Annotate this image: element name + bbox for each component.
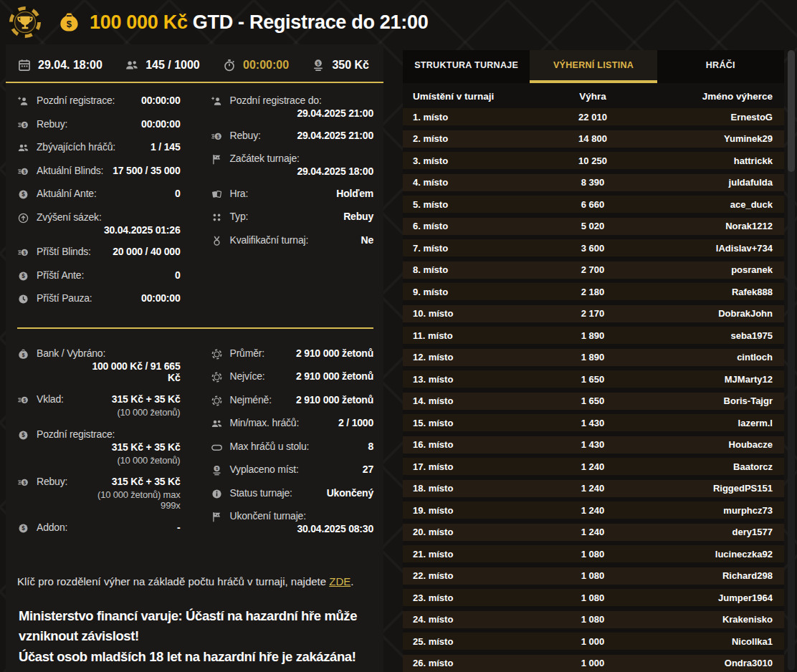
table-row: 23. místo1 080Jumper1964	[403, 589, 784, 606]
prize-cell: 1 890	[540, 330, 646, 341]
info-row: Addon:-	[17, 522, 181, 534]
info-label: Min/max. hráčů:	[230, 417, 304, 428]
scrollbar[interactable]	[788, 50, 795, 671]
scrollbar-thumb[interactable]	[788, 50, 795, 172]
info-label: Rebuy:	[37, 476, 72, 487]
info-value: 315 Kč + 35 Kč(10 000 žetonů) max 999x	[79, 476, 180, 511]
info-subvalue: (10 000 žetonů)	[112, 455, 181, 466]
tab-bar: STRUKTURA TURNAJEVÝHERNÍ LISTINAHRÁČI	[403, 50, 784, 83]
players-icon	[17, 142, 29, 154]
info-row: Nejvíce:2 910 000 žetonů	[211, 370, 374, 383]
winner-name-cell: lucineczka92	[646, 549, 773, 560]
table-row: 14. místo1 650Boris-Tajgr	[403, 393, 784, 410]
info-label: Pozdní registrace:	[37, 95, 119, 106]
place-cell: 4. místo	[413, 177, 540, 188]
coins-icon	[17, 246, 29, 259]
prize-cell: 1 650	[540, 395, 646, 406]
prize-cell: 1 240	[540, 527, 646, 537]
coins-icon	[211, 130, 223, 143]
info-value: Ukončený	[327, 487, 373, 499]
clock-icon	[17, 293, 29, 305]
info-label: Začátek turnaje:	[230, 153, 304, 164]
place-cell: 21. místo	[413, 549, 540, 560]
info-value: 1 / 145	[151, 141, 180, 153]
prize-cell: 1 080	[540, 549, 646, 560]
table-row: 26. místo1 000Ondra3010	[403, 655, 784, 672]
table-row: 21. místo1 080lucineczka92	[403, 545, 784, 562]
summary-item: 29.04. 18:00	[17, 58, 102, 72]
info-value: 2 910 000 žetonů	[296, 394, 373, 405]
info-value: 30.04.2025 01:26	[104, 224, 181, 236]
winners-table-header: Umístění v turnajiVýhraJméno výherce	[403, 83, 784, 108]
zde-link[interactable]: ZDE	[329, 575, 350, 587]
table-row: 6. místo5 020Norak1212	[403, 218, 784, 235]
info-column-left: Pozdní registrace:00:00:00Rebuy:00:00:00…	[17, 95, 181, 316]
prize-cell: 1 650	[540, 374, 646, 385]
place-cell: 15. místo	[413, 418, 540, 428]
winner-name-cell: posranek	[646, 264, 773, 275]
info-row: Pozdní registrace:00:00:00	[17, 95, 181, 107]
prize-cell: 2 180	[540, 287, 646, 297]
place-cell: 20. místo	[413, 527, 540, 537]
winner-name-cell: Boris-Tajgr	[646, 395, 773, 406]
prize-cell: 10 250	[540, 155, 646, 166]
info-row: Aktuální Ante:0	[17, 188, 181, 201]
info-column-left: Bank / Vybráno:100 000 Kč / 91 665 KčVkl…	[17, 347, 181, 545]
trophy-chip-logo-icon	[9, 6, 42, 39]
table-row: 7. místo3 600lAdislav+734	[403, 239, 784, 256]
place-cell: 5. místo	[413, 199, 540, 210]
info-value: 17 500 / 35 000	[113, 165, 180, 176]
calendar-icon	[17, 58, 32, 72]
info-value: 29.04.2025 21:00	[297, 130, 373, 141]
table-row: 18. místo1 240RiggedPS151	[403, 480, 784, 497]
coins-icon	[17, 394, 29, 406]
winner-name-cell: juldafulda	[646, 177, 773, 188]
suits-icon	[211, 211, 223, 224]
chip-icon	[211, 371, 223, 383]
place-cell: 16. místo	[413, 439, 540, 450]
table-row: 20. místo1 240dery1577	[403, 524, 784, 541]
person-plus-icon	[17, 95, 29, 107]
info-label: Aktuální Blinds:	[37, 165, 108, 176]
prize-cell: 1 430	[540, 439, 646, 450]
tab-winners[interactable]: VÝHERNÍ LISTINA	[530, 50, 657, 83]
table-row: 22. místo1 080Richard298	[403, 567, 784, 585]
tab-structure[interactable]: STRUKTURA TURNAJE	[403, 50, 530, 83]
winner-name-cell: Rafek888	[646, 287, 773, 297]
table-row: 9. místo2 180Rafek888	[403, 283, 784, 300]
info-label: Pozdní registrace do:	[230, 95, 326, 106]
winner-name-cell: Krakenisko	[646, 614, 773, 625]
tab-players[interactable]: HRÁČI	[657, 50, 784, 83]
winner-name-cell: RiggedPS151	[646, 483, 773, 494]
info-row: Příští Blinds:20 000 / 40 000	[17, 246, 181, 259]
info-value: 30.04.2025 08:30	[297, 523, 373, 534]
info-value: -	[177, 522, 180, 533]
place-cell: 17. místo	[413, 461, 540, 472]
summary-item: 00:00:00	[222, 58, 289, 72]
info-row: Ukončení turnaje:30.04.2025 08:30	[211, 510, 374, 534]
place-cell: 24. místo	[413, 614, 540, 625]
coin-icon	[211, 464, 223, 476]
tournament-detail-page: 100 000 Kč GTD - Registrace do 21:00 29.…	[0, 0, 797, 672]
table-row: 8. místo2 700posranek	[403, 261, 784, 279]
place-cell: 3. místo	[413, 155, 540, 166]
prize-cell: 22 010	[540, 112, 646, 123]
prize-cell: 6 660	[540, 199, 646, 210]
tournament-info-panel: 29.04. 18:00145 / 100000:00:00350 Kč Poz…	[6, 44, 383, 672]
winner-name-cell: Baatorcz	[646, 461, 773, 472]
info-row: Zbývajících hráčů:1 / 145	[17, 141, 181, 154]
info-row: Rebuy:315 Kč + 35 Kč(10 000 žetonů) max …	[17, 476, 181, 511]
prize-amount: 100 000 Kč	[90, 11, 188, 33]
table-row: 17. místo1 240Baatorcz	[403, 458, 784, 475]
info-label: Rebuy:	[230, 130, 265, 141]
info-row: Bank / Vybráno:100 000 Kč / 91 665 Kč	[17, 347, 181, 383]
dollar-icon	[17, 270, 29, 282]
table-row: 19. místo1 240murphcz73	[403, 501, 784, 519]
prize-cell: 5 020	[540, 221, 646, 231]
place-cell: 9. místo	[413, 287, 540, 297]
info-value: Rebuy	[343, 211, 373, 222]
info-row: Vklad:315 Kč + 35 Kč(10 000 žetonů)	[17, 393, 181, 418]
info-row: Status turnaje:Ukončený	[211, 487, 374, 500]
info-value: 00:00:00	[141, 95, 180, 106]
info-value: 29.04.2025 21:00	[297, 107, 373, 119]
